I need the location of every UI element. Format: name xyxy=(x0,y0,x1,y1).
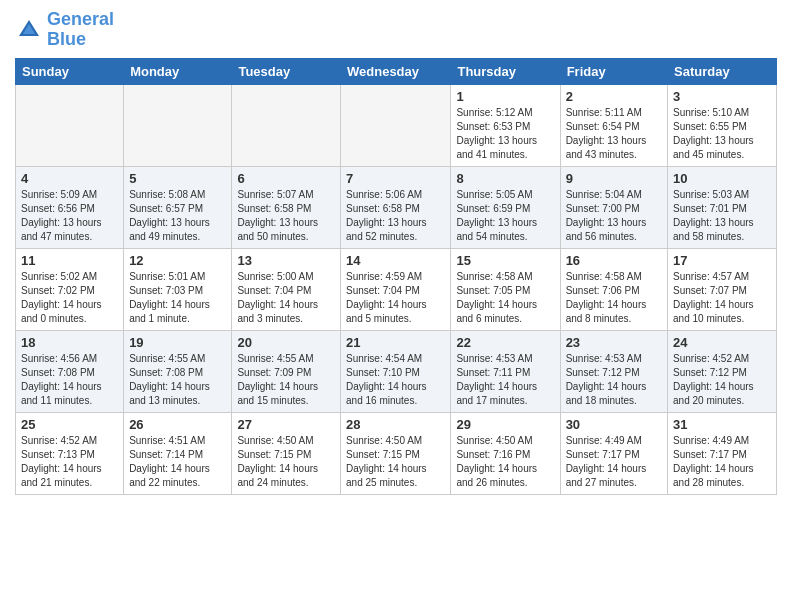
day-cell: 20Sunrise: 4:55 AMSunset: 7:09 PMDayligh… xyxy=(232,330,341,412)
weekday-header-monday: Monday xyxy=(124,58,232,84)
day-number: 16 xyxy=(566,253,662,268)
day-cell: 1Sunrise: 5:12 AMSunset: 6:53 PMDaylight… xyxy=(451,84,560,166)
day-info: Sunrise: 5:10 AMSunset: 6:55 PMDaylight:… xyxy=(673,106,771,162)
day-info: Sunrise: 5:08 AMSunset: 6:57 PMDaylight:… xyxy=(129,188,226,244)
day-info: Sunrise: 5:06 AMSunset: 6:58 PMDaylight:… xyxy=(346,188,445,244)
day-number: 1 xyxy=(456,89,554,104)
day-number: 6 xyxy=(237,171,335,186)
day-cell: 4Sunrise: 5:09 AMSunset: 6:56 PMDaylight… xyxy=(16,166,124,248)
weekday-header-row: SundayMondayTuesdayWednesdayThursdayFrid… xyxy=(16,58,777,84)
day-info: Sunrise: 5:07 AMSunset: 6:58 PMDaylight:… xyxy=(237,188,335,244)
day-number: 7 xyxy=(346,171,445,186)
day-number: 29 xyxy=(456,417,554,432)
day-number: 2 xyxy=(566,89,662,104)
day-cell: 30Sunrise: 4:49 AMSunset: 7:17 PMDayligh… xyxy=(560,412,667,494)
day-number: 25 xyxy=(21,417,118,432)
day-number: 12 xyxy=(129,253,226,268)
day-number: 15 xyxy=(456,253,554,268)
weekday-header-sunday: Sunday xyxy=(16,58,124,84)
day-number: 13 xyxy=(237,253,335,268)
day-cell: 15Sunrise: 4:58 AMSunset: 7:05 PMDayligh… xyxy=(451,248,560,330)
day-cell xyxy=(232,84,341,166)
day-cell: 5Sunrise: 5:08 AMSunset: 6:57 PMDaylight… xyxy=(124,166,232,248)
weekday-header-friday: Friday xyxy=(560,58,667,84)
day-cell: 16Sunrise: 4:58 AMSunset: 7:06 PMDayligh… xyxy=(560,248,667,330)
day-number: 4 xyxy=(21,171,118,186)
day-number: 23 xyxy=(566,335,662,350)
day-info: Sunrise: 5:02 AMSunset: 7:02 PMDaylight:… xyxy=(21,270,118,326)
day-info: Sunrise: 4:51 AMSunset: 7:14 PMDaylight:… xyxy=(129,434,226,490)
day-info: Sunrise: 4:49 AMSunset: 7:17 PMDaylight:… xyxy=(566,434,662,490)
day-cell: 14Sunrise: 4:59 AMSunset: 7:04 PMDayligh… xyxy=(341,248,451,330)
day-info: Sunrise: 5:12 AMSunset: 6:53 PMDaylight:… xyxy=(456,106,554,162)
day-info: Sunrise: 5:03 AMSunset: 7:01 PMDaylight:… xyxy=(673,188,771,244)
week-row-1: 1Sunrise: 5:12 AMSunset: 6:53 PMDaylight… xyxy=(16,84,777,166)
day-cell: 3Sunrise: 5:10 AMSunset: 6:55 PMDaylight… xyxy=(668,84,777,166)
day-cell: 2Sunrise: 5:11 AMSunset: 6:54 PMDaylight… xyxy=(560,84,667,166)
day-info: Sunrise: 4:59 AMSunset: 7:04 PMDaylight:… xyxy=(346,270,445,326)
day-info: Sunrise: 5:09 AMSunset: 6:56 PMDaylight:… xyxy=(21,188,118,244)
day-cell: 29Sunrise: 4:50 AMSunset: 7:16 PMDayligh… xyxy=(451,412,560,494)
day-info: Sunrise: 4:56 AMSunset: 7:08 PMDaylight:… xyxy=(21,352,118,408)
day-info: Sunrise: 5:11 AMSunset: 6:54 PMDaylight:… xyxy=(566,106,662,162)
day-cell: 10Sunrise: 5:03 AMSunset: 7:01 PMDayligh… xyxy=(668,166,777,248)
week-row-2: 4Sunrise: 5:09 AMSunset: 6:56 PMDaylight… xyxy=(16,166,777,248)
day-number: 21 xyxy=(346,335,445,350)
week-row-4: 18Sunrise: 4:56 AMSunset: 7:08 PMDayligh… xyxy=(16,330,777,412)
day-number: 31 xyxy=(673,417,771,432)
day-number: 28 xyxy=(346,417,445,432)
day-info: Sunrise: 4:57 AMSunset: 7:07 PMDaylight:… xyxy=(673,270,771,326)
day-cell: 13Sunrise: 5:00 AMSunset: 7:04 PMDayligh… xyxy=(232,248,341,330)
day-cell: 23Sunrise: 4:53 AMSunset: 7:12 PMDayligh… xyxy=(560,330,667,412)
day-number: 11 xyxy=(21,253,118,268)
day-cell: 9Sunrise: 5:04 AMSunset: 7:00 PMDaylight… xyxy=(560,166,667,248)
calendar-table: SundayMondayTuesdayWednesdayThursdayFrid… xyxy=(15,58,777,495)
day-info: Sunrise: 4:50 AMSunset: 7:15 PMDaylight:… xyxy=(237,434,335,490)
day-info: Sunrise: 4:55 AMSunset: 7:09 PMDaylight:… xyxy=(237,352,335,408)
day-cell: 6Sunrise: 5:07 AMSunset: 6:58 PMDaylight… xyxy=(232,166,341,248)
day-number: 3 xyxy=(673,89,771,104)
day-number: 5 xyxy=(129,171,226,186)
logo-icon xyxy=(15,16,43,44)
day-info: Sunrise: 4:50 AMSunset: 7:16 PMDaylight:… xyxy=(456,434,554,490)
day-info: Sunrise: 4:54 AMSunset: 7:10 PMDaylight:… xyxy=(346,352,445,408)
day-cell: 26Sunrise: 4:51 AMSunset: 7:14 PMDayligh… xyxy=(124,412,232,494)
day-number: 20 xyxy=(237,335,335,350)
day-cell: 25Sunrise: 4:52 AMSunset: 7:13 PMDayligh… xyxy=(16,412,124,494)
week-row-3: 11Sunrise: 5:02 AMSunset: 7:02 PMDayligh… xyxy=(16,248,777,330)
day-number: 17 xyxy=(673,253,771,268)
weekday-header-wednesday: Wednesday xyxy=(341,58,451,84)
day-cell: 11Sunrise: 5:02 AMSunset: 7:02 PMDayligh… xyxy=(16,248,124,330)
weekday-header-saturday: Saturday xyxy=(668,58,777,84)
day-cell xyxy=(16,84,124,166)
day-number: 10 xyxy=(673,171,771,186)
day-number: 9 xyxy=(566,171,662,186)
day-number: 22 xyxy=(456,335,554,350)
day-cell: 28Sunrise: 4:50 AMSunset: 7:15 PMDayligh… xyxy=(341,412,451,494)
day-number: 27 xyxy=(237,417,335,432)
day-info: Sunrise: 4:50 AMSunset: 7:15 PMDaylight:… xyxy=(346,434,445,490)
day-cell: 7Sunrise: 5:06 AMSunset: 6:58 PMDaylight… xyxy=(341,166,451,248)
day-info: Sunrise: 4:53 AMSunset: 7:11 PMDaylight:… xyxy=(456,352,554,408)
day-cell: 8Sunrise: 5:05 AMSunset: 6:59 PMDaylight… xyxy=(451,166,560,248)
logo-text: General Blue xyxy=(47,10,114,50)
day-number: 14 xyxy=(346,253,445,268)
day-info: Sunrise: 5:04 AMSunset: 7:00 PMDaylight:… xyxy=(566,188,662,244)
weekday-header-thursday: Thursday xyxy=(451,58,560,84)
weekday-header-tuesday: Tuesday xyxy=(232,58,341,84)
day-number: 19 xyxy=(129,335,226,350)
week-row-5: 25Sunrise: 4:52 AMSunset: 7:13 PMDayligh… xyxy=(16,412,777,494)
day-cell: 19Sunrise: 4:55 AMSunset: 7:08 PMDayligh… xyxy=(124,330,232,412)
day-cell: 22Sunrise: 4:53 AMSunset: 7:11 PMDayligh… xyxy=(451,330,560,412)
day-info: Sunrise: 5:05 AMSunset: 6:59 PMDaylight:… xyxy=(456,188,554,244)
day-number: 18 xyxy=(21,335,118,350)
day-info: Sunrise: 4:52 AMSunset: 7:12 PMDaylight:… xyxy=(673,352,771,408)
day-info: Sunrise: 4:49 AMSunset: 7:17 PMDaylight:… xyxy=(673,434,771,490)
day-cell: 12Sunrise: 5:01 AMSunset: 7:03 PMDayligh… xyxy=(124,248,232,330)
day-cell: 18Sunrise: 4:56 AMSunset: 7:08 PMDayligh… xyxy=(16,330,124,412)
day-cell: 31Sunrise: 4:49 AMSunset: 7:17 PMDayligh… xyxy=(668,412,777,494)
day-info: Sunrise: 5:00 AMSunset: 7:04 PMDaylight:… xyxy=(237,270,335,326)
page: General Blue SundayMondayTuesdayWednesda… xyxy=(0,0,792,505)
day-number: 30 xyxy=(566,417,662,432)
day-cell: 27Sunrise: 4:50 AMSunset: 7:15 PMDayligh… xyxy=(232,412,341,494)
